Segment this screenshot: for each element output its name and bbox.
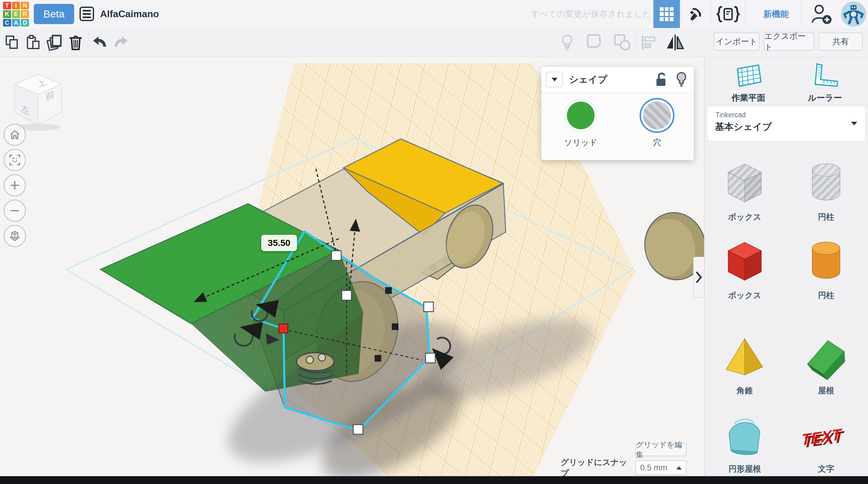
mirror-button[interactable] <box>664 28 686 57</box>
home-view-button[interactable] <box>4 124 26 146</box>
duplicate-button[interactable] <box>46 28 63 57</box>
shape-item-text[interactable]: TEXT TEXT 文字 <box>788 412 864 474</box>
shapes-sidebar: 作業平面 ルーラー Tinkercad 基本シェイプ ボックス 円柱 <box>704 57 868 476</box>
divider <box>705 104 868 104</box>
avatar[interactable] <box>841 1 866 27</box>
shape-item-hole-cylinder[interactable]: 円柱 <box>788 157 864 222</box>
minus-icon <box>10 206 20 216</box>
shape-label: ボックス <box>728 212 762 222</box>
sidebar-collapse-tab[interactable] <box>693 257 704 298</box>
grid-icon <box>660 7 674 21</box>
divider <box>711 0 712 28</box>
duplicate-icon <box>46 34 62 51</box>
dropdown-up-icon <box>676 466 682 470</box>
zoom-out-button[interactable] <box>4 200 26 222</box>
shape-item-pyramid[interactable]: 角錐 <box>707 333 782 396</box>
divider <box>88 31 88 54</box>
ungroup-button[interactable] <box>612 28 633 57</box>
logo-tile: E <box>12 10 20 18</box>
mirror-icon <box>666 35 684 50</box>
workplane-tool[interactable]: 作業平面 <box>711 61 786 104</box>
redo-button[interactable] <box>113 28 130 57</box>
hole-box-icon <box>721 157 769 210</box>
snap-grid-label: グリッドにスナップ <box>561 460 633 475</box>
dimension-input[interactable]: 35.50 <box>261 235 297 251</box>
import-button[interactable]: インポート <box>714 33 760 51</box>
solid-option[interactable]: ソリッド <box>564 101 598 148</box>
ruler-label: ルーラー <box>808 92 842 104</box>
group-button[interactable] <box>585 28 606 57</box>
shape-label: 円柱 <box>818 212 834 222</box>
logo-tile: N <box>21 2 29 9</box>
roof-icon <box>802 333 850 383</box>
invite-user-button[interactable] <box>804 0 839 28</box>
show-all-button[interactable] <box>558 28 576 57</box>
delete-button[interactable] <box>67 28 84 57</box>
unlock-icon[interactable] <box>655 72 668 87</box>
shape-library-select[interactable]: Tinkercad 基本シェイプ <box>708 107 865 141</box>
design-properties-icon[interactable] <box>80 7 94 21</box>
shape-item-red-box[interactable]: ボックス <box>707 235 782 301</box>
fit-view-icon <box>9 155 20 165</box>
design-title[interactable]: AlfaCaimano <box>100 0 159 28</box>
redo-icon <box>114 36 129 49</box>
perspective-icon <box>9 230 21 242</box>
shape-label: 屋根 <box>818 385 834 396</box>
edit-toolbar: インポート エクスポート 共有 <box>0 28 868 57</box>
hole-option[interactable]: 穴 <box>643 101 671 148</box>
edit-grid-button[interactable]: グリッドを編集 <box>635 443 687 456</box>
shape-item-orange-cylinder[interactable]: 円柱 <box>788 235 864 301</box>
zoom-in-button[interactable] <box>4 174 26 196</box>
paste-icon <box>26 35 40 50</box>
copy-button[interactable] <box>4 28 20 57</box>
group-icon <box>587 34 604 51</box>
share-button[interactable]: 共有 <box>818 33 863 51</box>
pyramid-icon <box>721 333 769 383</box>
shape-label: 文字 <box>818 463 834 474</box>
logo-tile: A <box>12 19 20 27</box>
library-name: 基本シェイプ <box>715 121 772 133</box>
perspective-toggle-button[interactable] <box>4 225 26 247</box>
shape-label: 角錐 <box>737 385 753 396</box>
copy-icon <box>5 35 19 50</box>
undo-icon <box>92 36 107 49</box>
hide-shape-icon[interactable] <box>676 72 687 87</box>
home-icon <box>10 131 19 139</box>
shape-label: 円柱 <box>818 290 834 301</box>
snap-grid-select[interactable]: 0.5 mm <box>635 460 687 475</box>
logo-tile: I <box>12 2 20 9</box>
tinkercad-logo[interactable]: T I N K E R C A D <box>3 2 29 27</box>
inspector-collapse-button[interactable] <box>546 72 563 87</box>
new-features-link[interactable]: 新機能 <box>753 0 799 28</box>
code-braces-icon <box>716 6 740 23</box>
dashboard-grid-button[interactable] <box>653 0 680 28</box>
screen-bottom-bar <box>0 476 868 484</box>
code-blocks-button[interactable] <box>714 0 743 28</box>
align-icon <box>641 35 657 50</box>
selected-corner-handle[interactable] <box>279 324 288 333</box>
add-person-icon <box>810 3 832 25</box>
shape-item-roof[interactable]: 屋根 <box>788 333 864 396</box>
solid-color-swatch[interactable] <box>567 101 595 129</box>
beta-badge[interactable]: Beta <box>34 4 74 24</box>
lightbulb-icon <box>561 34 574 51</box>
shape-item-hole-box[interactable]: ボックス <box>707 157 782 222</box>
ruler-tool[interactable]: ルーラー <box>787 61 863 104</box>
shape-item-round-roof[interactable]: 円形屋根 <box>707 412 782 474</box>
orange-cylinder-icon <box>802 235 850 288</box>
paste-button[interactable] <box>25 28 41 57</box>
hole-swatch[interactable] <box>643 101 671 129</box>
workplane-label: 作業平面 <box>732 92 765 104</box>
align-button[interactable] <box>639 28 659 57</box>
fit-view-button[interactable] <box>4 149 26 171</box>
ruler-icon <box>810 63 839 88</box>
solid-label: ソリッド <box>564 137 598 148</box>
divider <box>133 31 133 54</box>
minecraft-export-button[interactable] <box>683 0 710 28</box>
view-cube[interactable]: 上 左 前 <box>11 71 65 131</box>
logo-tile: T <box>3 2 11 9</box>
trash-icon <box>68 34 83 51</box>
export-button[interactable]: エクスポート <box>764 33 814 51</box>
dropdown-icon <box>851 122 857 125</box>
undo-button[interactable] <box>91 28 108 57</box>
